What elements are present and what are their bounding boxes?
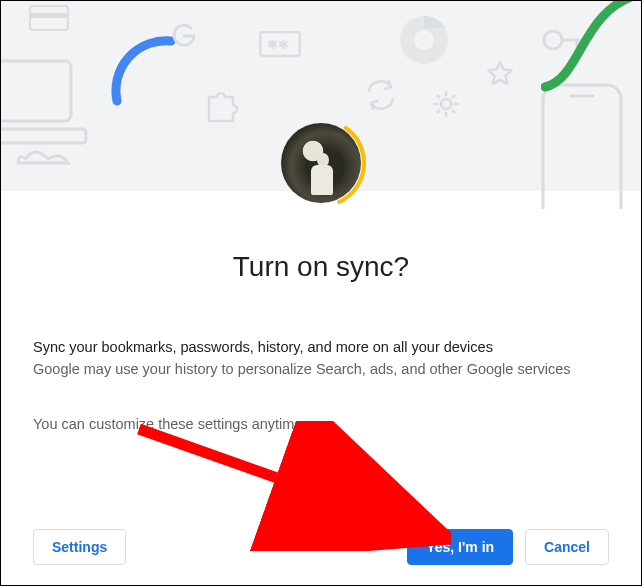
avatar-image [281,123,361,203]
card-icon [29,5,69,33]
google-g-icon [169,21,199,51]
sync-description-primary: Sync your bookmarks, passwords, history,… [33,339,609,355]
svg-text:✱✱: ✱✱ [267,37,289,52]
dialog-title: Turn on sync? [33,251,609,283]
svg-line-24 [139,429,421,529]
svg-rect-0 [0,61,71,121]
confirm-button[interactable]: Yes, I'm in [407,529,513,565]
puzzle-icon [201,83,243,125]
svg-line-15 [452,95,455,98]
svg-rect-3 [30,13,68,18]
chrome-logo-icon [397,13,451,67]
green-curve-icon [541,0,642,111]
profile-avatar [275,117,367,209]
cancel-button[interactable]: Cancel [525,529,609,565]
password-icon: ✱✱ [259,31,301,59]
sync-icon [363,77,399,113]
hero-illustration: ✱✱ [1,1,641,191]
gear-icon [431,89,461,119]
svg-rect-1 [0,129,86,143]
svg-line-14 [452,110,455,113]
svg-line-16 [437,110,440,113]
sync-description-secondary: Google may use your history to personali… [33,359,609,380]
dialog-content: Turn on sync? Sync your bookmarks, passw… [1,191,641,432]
svg-line-13 [437,95,440,98]
bookmark-star-icon [485,59,515,89]
laptop-outline-icon [0,51,101,171]
customize-note: You can customize these settings anytime [33,416,609,432]
svg-point-8 [441,99,451,109]
svg-point-7 [414,30,434,50]
settings-button[interactable]: Settings [33,529,126,565]
dialog-footer: Settings Yes, I'm in Cancel [1,529,641,565]
